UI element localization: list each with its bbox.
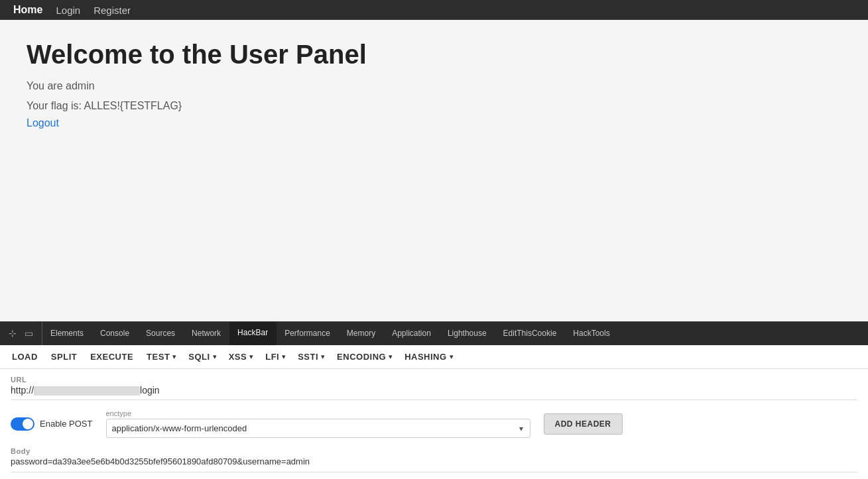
test-dropdown: TEST ▾: [141, 349, 180, 364]
body-label: Body: [11, 447, 857, 455]
nav-login[interactable]: Login: [56, 5, 80, 16]
lfi-dropdown-arrow[interactable]: ▾: [280, 350, 290, 364]
url-suffix: login: [140, 385, 160, 396]
toggle-track[interactable]: [11, 417, 34, 431]
encoding-dropdown-arrow[interactable]: ▾: [387, 350, 397, 364]
sqli-dropdown: SQLI ▾: [183, 349, 220, 364]
tab-network[interactable]: Network: [184, 322, 229, 345]
tab-hackbar[interactable]: HackBar: [229, 322, 277, 345]
split-button[interactable]: SPLIT: [46, 349, 82, 364]
devtools-panel: ⊹ ▭ Elements Console Sources Network Hac…: [0, 321, 868, 479]
xss-dropdown: XSS ▾: [223, 349, 258, 364]
ssti-dropdown: SSTI ▾: [292, 349, 329, 364]
enctype-label: enctype: [106, 409, 530, 417]
toggle-thumb: [23, 419, 33, 429]
body-value: password=da39a3ee5e6b4b0d3255bfef9560189…: [11, 456, 857, 472]
lfi-dropdown: LFI ▾: [260, 349, 290, 364]
flag-text: Your flag is: ALLES!{TESTFLAG}: [27, 100, 841, 112]
tab-performance[interactable]: Performance: [277, 322, 339, 345]
lfi-button[interactable]: LFI: [260, 349, 280, 364]
page-title: Welcome to the User Panel: [27, 40, 841, 70]
user-subtitle: You are admin: [27, 80, 841, 92]
url-blurred: [34, 386, 140, 396]
sqli-dropdown-arrow[interactable]: ▾: [212, 350, 221, 364]
enable-post-label: Enable POST: [40, 419, 93, 429]
device-icon[interactable]: ▭: [21, 325, 36, 341]
enctype-arrow-icon: ▾: [513, 420, 530, 437]
cursor-icon[interactable]: ⊹: [5, 325, 20, 341]
test-button[interactable]: TEST: [141, 349, 171, 364]
enctype-section: enctype application/x-www-form-urlencode…: [106, 409, 530, 438]
xss-button[interactable]: XSS: [223, 349, 249, 364]
execute-button[interactable]: EXECUTE: [85, 349, 139, 364]
nav-home[interactable]: Home: [13, 4, 42, 16]
hashing-button[interactable]: HASHING: [399, 349, 448, 364]
main-content: Welcome to the User Panel You are admin …: [0, 20, 868, 321]
tab-memory[interactable]: Memory: [339, 322, 384, 345]
tab-console[interactable]: Console: [92, 322, 138, 345]
tab-editthiscookie[interactable]: EditThisCookie: [495, 322, 566, 345]
url-prefix: http://: [11, 385, 34, 396]
hackbar-toolbar: LOAD SPLIT EXECUTE TEST ▾ SQLI ▾ XSS ▾ L…: [0, 345, 868, 369]
add-header-button[interactable]: ADD HEADER: [544, 413, 623, 435]
hashing-dropdown: HASHING ▾: [399, 349, 457, 364]
hackbar-body: URL http://login Enable POST enctype: [0, 369, 868, 479]
tab-elements[interactable]: Elements: [42, 322, 92, 345]
tab-hacktools[interactable]: HackTools: [565, 322, 618, 345]
ssti-dropdown-arrow[interactable]: ▾: [320, 350, 329, 364]
body-section: Body password=da39a3ee5e6b4b0d3255bfef95…: [11, 447, 857, 472]
tab-sources[interactable]: Sources: [138, 322, 184, 345]
encoding-button[interactable]: ENCODING: [332, 349, 387, 364]
encoding-dropdown: ENCODING ▾: [332, 349, 397, 364]
tab-lighthouse[interactable]: Lighthouse: [440, 322, 495, 345]
logout-link[interactable]: Logout: [27, 117, 59, 129]
devtools-icon-buttons: ⊹ ▭: [0, 322, 42, 345]
url-label: URL: [11, 376, 857, 384]
sqli-button[interactable]: SQLI: [183, 349, 211, 364]
enctype-wrapper: application/x-www-form-urlencoded ▾: [106, 419, 530, 438]
url-value: http://login: [11, 385, 857, 400]
post-section: Enable POST enctype application/x-www-fo…: [11, 409, 857, 438]
ssti-button[interactable]: SSTI: [292, 349, 320, 364]
hashing-dropdown-arrow[interactable]: ▾: [448, 350, 458, 364]
tab-application[interactable]: Application: [384, 322, 440, 345]
nav-register[interactable]: Register: [93, 5, 131, 16]
url-section: URL http://login: [11, 376, 857, 400]
top-nav: Home Login Register: [0, 0, 868, 20]
enable-post-toggle[interactable]: Enable POST: [11, 417, 93, 431]
devtools-tabbar: ⊹ ▭ Elements Console Sources Network Hac…: [0, 321, 868, 345]
xss-dropdown-arrow[interactable]: ▾: [248, 350, 257, 364]
test-dropdown-arrow[interactable]: ▾: [171, 350, 180, 364]
enctype-select[interactable]: application/x-www-form-urlencoded: [107, 419, 513, 437]
load-button[interactable]: LOAD: [7, 349, 43, 364]
